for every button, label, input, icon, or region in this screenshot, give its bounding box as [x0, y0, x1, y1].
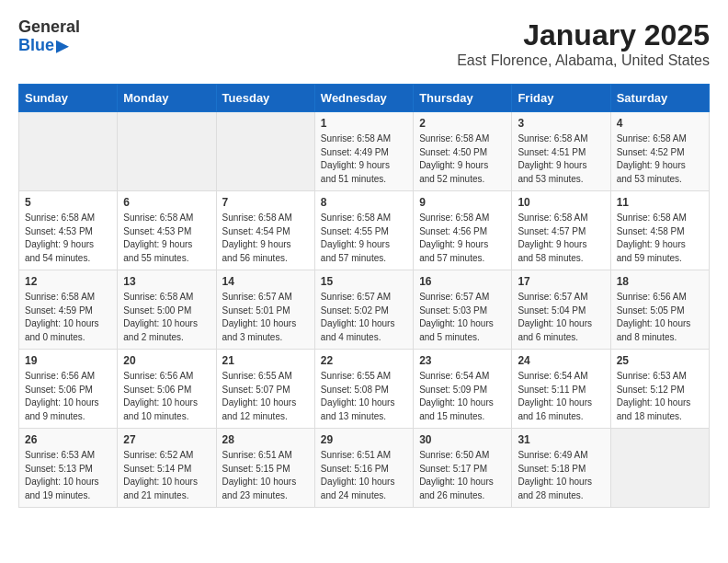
weekday-header-row: SundayMondayTuesdayWednesdayThursdayFrid…: [19, 85, 710, 112]
day-info: Sunrise: 6:55 AM Sunset: 5:07 PM Dayligh…: [222, 370, 309, 423]
calendar-cell: 7Sunrise: 6:58 AM Sunset: 4:54 PM Daylig…: [216, 191, 314, 270]
day-info: Sunrise: 6:57 AM Sunset: 5:01 PM Dayligh…: [222, 291, 309, 344]
day-info: Sunrise: 6:51 AM Sunset: 5:16 PM Dayligh…: [321, 449, 407, 502]
day-number: 14: [222, 275, 309, 288]
day-number: 4: [617, 117, 703, 130]
calendar-cell: 10Sunrise: 6:58 AM Sunset: 4:57 PM Dayli…: [512, 191, 610, 270]
day-number: 2: [419, 117, 506, 130]
day-info: Sunrise: 6:57 AM Sunset: 5:04 PM Dayligh…: [518, 291, 604, 344]
calendar-week-row: 1Sunrise: 6:58 AM Sunset: 4:49 PM Daylig…: [19, 112, 710, 191]
weekday-header: Monday: [118, 85, 216, 112]
calendar-cell: 13Sunrise: 6:58 AM Sunset: 5:00 PM Dayli…: [118, 270, 216, 350]
day-info: Sunrise: 6:58 AM Sunset: 4:57 PM Dayligh…: [518, 212, 604, 265]
day-number: 5: [25, 196, 111, 209]
calendar-cell: 19Sunrise: 6:56 AM Sunset: 5:06 PM Dayli…: [19, 350, 118, 429]
calendar-cell: 20Sunrise: 6:56 AM Sunset: 5:06 PM Dayli…: [118, 350, 216, 429]
calendar-week-row: 19Sunrise: 6:56 AM Sunset: 5:06 PM Dayli…: [19, 350, 710, 429]
day-number: 21: [222, 354, 309, 367]
day-number: 24: [518, 354, 604, 367]
calendar-cell: [216, 112, 314, 191]
weekday-header: Sunday: [19, 85, 118, 112]
day-info: Sunrise: 6:58 AM Sunset: 4:59 PM Dayligh…: [25, 291, 111, 344]
calendar-cell: 24Sunrise: 6:54 AM Sunset: 5:11 PM Dayli…: [512, 350, 610, 429]
day-info: Sunrise: 6:50 AM Sunset: 5:17 PM Dayligh…: [419, 449, 506, 502]
day-number: 15: [321, 275, 407, 288]
day-info: Sunrise: 6:49 AM Sunset: 5:18 PM Dayligh…: [518, 449, 604, 502]
calendar-cell: 25Sunrise: 6:53 AM Sunset: 5:12 PM Dayli…: [610, 350, 709, 429]
day-number: 29: [321, 433, 407, 446]
calendar-cell: 9Sunrise: 6:58 AM Sunset: 4:56 PM Daylig…: [414, 191, 512, 270]
logo-icon: [56, 40, 69, 53]
calendar-cell: 2Sunrise: 6:58 AM Sunset: 4:50 PM Daylig…: [414, 112, 512, 191]
weekday-header: Wednesday: [314, 85, 413, 112]
logo-text: General Blue: [18, 18, 80, 55]
calendar-week-row: 5Sunrise: 6:58 AM Sunset: 4:53 PM Daylig…: [19, 191, 710, 270]
calendar-cell: 5Sunrise: 6:58 AM Sunset: 4:53 PM Daylig…: [19, 191, 118, 270]
day-info: Sunrise: 6:53 AM Sunset: 5:12 PM Dayligh…: [617, 370, 703, 423]
weekday-header: Friday: [512, 85, 610, 112]
day-info: Sunrise: 6:55 AM Sunset: 5:08 PM Dayligh…: [321, 370, 407, 423]
day-info: Sunrise: 6:58 AM Sunset: 5:00 PM Dayligh…: [123, 291, 210, 344]
calendar-cell: 30Sunrise: 6:50 AM Sunset: 5:17 PM Dayli…: [414, 429, 512, 508]
day-info: Sunrise: 6:57 AM Sunset: 5:03 PM Dayligh…: [419, 291, 506, 344]
day-info: Sunrise: 6:56 AM Sunset: 5:06 PM Dayligh…: [123, 370, 210, 423]
day-number: 11: [617, 196, 703, 209]
logo: General Blue: [18, 18, 80, 55]
day-info: Sunrise: 6:58 AM Sunset: 4:52 PM Dayligh…: [617, 132, 703, 186]
calendar-week-row: 26Sunrise: 6:53 AM Sunset: 5:13 PM Dayli…: [19, 429, 710, 508]
logo-general: General: [18, 18, 80, 37]
day-number: 18: [617, 275, 703, 288]
page-header: General Blue January 2025 East Florence,…: [18, 18, 710, 69]
calendar-cell: 31Sunrise: 6:49 AM Sunset: 5:18 PM Dayli…: [512, 429, 610, 508]
calendar-cell: 27Sunrise: 6:52 AM Sunset: 5:14 PM Dayli…: [118, 429, 216, 508]
day-info: Sunrise: 6:54 AM Sunset: 5:09 PM Dayligh…: [419, 370, 506, 423]
calendar-cell: 15Sunrise: 6:57 AM Sunset: 5:02 PM Dayli…: [314, 270, 413, 350]
day-number: 6: [123, 196, 210, 209]
day-number: 9: [419, 196, 506, 209]
calendar-cell: 18Sunrise: 6:56 AM Sunset: 5:05 PM Dayli…: [610, 270, 709, 350]
calendar-table: SundayMondayTuesdayWednesdayThursdayFrid…: [18, 84, 710, 508]
day-number: 7: [222, 196, 309, 209]
calendar-subtitle: East Florence, Alabama, United States: [457, 52, 710, 69]
day-number: 12: [25, 275, 111, 288]
day-info: Sunrise: 6:58 AM Sunset: 4:56 PM Dayligh…: [419, 212, 506, 265]
day-info: Sunrise: 6:58 AM Sunset: 4:51 PM Dayligh…: [518, 132, 604, 186]
day-number: 10: [518, 196, 604, 209]
calendar-cell: 11Sunrise: 6:58 AM Sunset: 4:58 PM Dayli…: [610, 191, 709, 270]
calendar-cell: 6Sunrise: 6:58 AM Sunset: 4:53 PM Daylig…: [118, 191, 216, 270]
calendar-cell: 3Sunrise: 6:58 AM Sunset: 4:51 PM Daylig…: [512, 112, 610, 191]
day-info: Sunrise: 6:58 AM Sunset: 4:49 PM Dayligh…: [321, 132, 407, 186]
day-info: Sunrise: 6:58 AM Sunset: 4:55 PM Dayligh…: [321, 212, 407, 265]
day-number: 23: [419, 354, 506, 367]
day-info: Sunrise: 6:58 AM Sunset: 4:54 PM Dayligh…: [222, 212, 309, 265]
day-number: 13: [123, 275, 210, 288]
day-info: Sunrise: 6:51 AM Sunset: 5:15 PM Dayligh…: [222, 449, 309, 502]
day-info: Sunrise: 6:57 AM Sunset: 5:02 PM Dayligh…: [321, 291, 407, 344]
day-number: 1: [321, 117, 407, 130]
day-number: 3: [518, 117, 604, 130]
day-number: 20: [123, 354, 210, 367]
day-number: 28: [222, 433, 309, 446]
day-number: 22: [321, 354, 407, 367]
day-info: Sunrise: 6:58 AM Sunset: 4:50 PM Dayligh…: [419, 132, 506, 186]
weekday-header: Saturday: [610, 85, 709, 112]
calendar-cell: [118, 112, 216, 191]
calendar-cell: 29Sunrise: 6:51 AM Sunset: 5:16 PM Dayli…: [314, 429, 413, 508]
calendar-title: January 2025: [457, 18, 710, 52]
day-number: 17: [518, 275, 604, 288]
calendar-cell: [610, 429, 709, 508]
day-number: 25: [617, 354, 703, 367]
calendar-cell: 14Sunrise: 6:57 AM Sunset: 5:01 PM Dayli…: [216, 270, 314, 350]
calendar-body: 1Sunrise: 6:58 AM Sunset: 4:49 PM Daylig…: [19, 112, 710, 508]
calendar-cell: 22Sunrise: 6:55 AM Sunset: 5:08 PM Dayli…: [314, 350, 413, 429]
calendar-cell: 8Sunrise: 6:58 AM Sunset: 4:55 PM Daylig…: [314, 191, 413, 270]
day-number: 8: [321, 196, 407, 209]
calendar-cell: 16Sunrise: 6:57 AM Sunset: 5:03 PM Dayli…: [414, 270, 512, 350]
day-number: 31: [518, 433, 604, 446]
day-info: Sunrise: 6:58 AM Sunset: 4:53 PM Dayligh…: [25, 212, 111, 265]
day-number: 19: [25, 354, 111, 367]
calendar-cell: 1Sunrise: 6:58 AM Sunset: 4:49 PM Daylig…: [314, 112, 413, 191]
logo-blue: Blue: [18, 37, 54, 55]
weekday-header: Tuesday: [216, 85, 314, 112]
calendar-cell: 26Sunrise: 6:53 AM Sunset: 5:13 PM Dayli…: [19, 429, 118, 508]
